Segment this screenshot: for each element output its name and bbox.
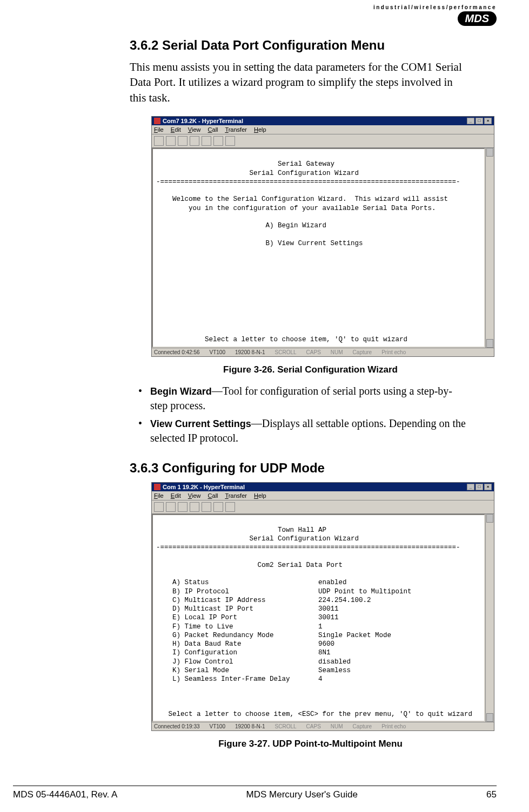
page-footer: MDS 05-4446A01, Rev. A MDS Mercury User'… — [13, 786, 497, 800]
content-column: 3.6.2 Serial Data Port Configuration Men… — [32, 0, 497, 749]
status-scroll: SCROLL — [275, 723, 297, 729]
window-titlebar: Com 1 19.2K - HyperTerminal _ □ × — [152, 483, 494, 491]
footer-right: 65 — [486, 789, 497, 800]
intro-paragraph: This menu assists you in setting the dat… — [130, 59, 470, 105]
toolbar-hangup-icon[interactable] — [190, 136, 199, 146]
heading-3-6-2: 3.6.2 Serial Data Port Configuration Men… — [130, 38, 470, 53]
menu-edit[interactable]: Edit — [171, 492, 181, 499]
figure-26: Com7 19.2K - HyperTerminal _ □ × File Ed… — [151, 116, 470, 375]
menu-call[interactable]: Call — [208, 126, 218, 133]
toolbar-new-icon[interactable] — [154, 502, 164, 512]
minimize-icon[interactable]: _ — [467, 118, 474, 124]
toolbar-hangup-icon[interactable] — [190, 502, 199, 512]
toolbar-props-icon[interactable] — [225, 136, 235, 146]
status-printecho: Print echo — [381, 723, 406, 729]
scrollbar[interactable] — [485, 148, 494, 348]
maximize-icon[interactable]: □ — [476, 484, 483, 490]
status-settings: 19200 8-N-1 — [235, 723, 265, 729]
status-emulation: VT100 — [210, 349, 225, 355]
bullet-term: Begin Wizard — [150, 386, 212, 397]
status-capture: Capture — [353, 349, 372, 355]
menu-help[interactable]: Help — [254, 492, 266, 499]
header-tagline: industrial/wireless/performance — [373, 4, 497, 10]
maximize-icon[interactable]: □ — [476, 118, 483, 124]
mds-logo: MDS — [458, 11, 497, 26]
status-num: NUM — [331, 349, 343, 355]
toolbar-call-icon[interactable] — [178, 502, 188, 512]
page: industrial/wireless/performance MDS 3.6.… — [0, 0, 529, 812]
close-icon[interactable]: × — [484, 484, 492, 490]
app-icon — [154, 484, 160, 490]
footer-left: MDS 05-4446A01, Rev. A — [13, 789, 117, 800]
status-connected: Connected 0:19:33 — [154, 723, 200, 729]
window-menubar: File Edit View Call Transfer Help — [152, 125, 494, 134]
bullet-list: Begin Wizard—Tool for configuration of s… — [130, 384, 470, 445]
figure-27: Com 1 19.2K - HyperTerminal _ □ × File E… — [151, 482, 470, 750]
window-statusbar: Connected 0:42:56 VT100 19200 8-N-1 SCRO… — [152, 348, 494, 356]
menu-transfer[interactable]: Transfer — [225, 492, 247, 499]
hyperterminal-window-1: Com7 19.2K - HyperTerminal _ □ × File Ed… — [151, 116, 494, 357]
header-branding: industrial/wireless/performance MDS — [373, 4, 497, 26]
terminal-body: Town Hall AP Serial Configuration Wizard… — [152, 514, 485, 722]
status-settings: 19200 8-N-1 — [235, 349, 265, 355]
heading-3-6-3: 3.6.3 Configuring for UDP Mode — [130, 461, 470, 476]
toolbar-open-icon[interactable] — [166, 502, 176, 512]
menu-edit[interactable]: Edit — [171, 126, 181, 133]
bullet-term: View Current Settings — [150, 418, 251, 429]
window-toolbar — [152, 134, 494, 148]
bullet-begin-wizard: Begin Wizard—Tool for configuration of s… — [150, 384, 470, 413]
minimize-icon[interactable]: _ — [467, 484, 474, 490]
window-statusbar: Connected 0:19:33 VT100 19200 8-N-1 SCRO… — [152, 722, 494, 730]
menu-help[interactable]: Help — [254, 126, 266, 133]
menu-file[interactable]: File — [154, 126, 164, 133]
scrollbar[interactable] — [485, 514, 494, 722]
menu-transfer[interactable]: Transfer — [225, 126, 247, 133]
toolbar-call-icon[interactable] — [178, 136, 188, 146]
figure-27-caption: Figure 3-27. UDP Point-to-Multipoint Men… — [151, 739, 470, 749]
toolbar-send-icon[interactable] — [202, 136, 211, 146]
footer-center: MDS Mercury User's Guide — [246, 789, 358, 800]
toolbar-props-icon[interactable] — [225, 502, 235, 512]
terminal-body: Serial Gateway Serial Configuration Wiza… — [152, 148, 485, 348]
window-title: Com 1 19.2K - HyperTerminal — [163, 484, 245, 490]
menu-call[interactable]: Call — [208, 492, 218, 499]
window-buttons: _ □ × — [467, 484, 492, 490]
window-title: Com7 19.2K - HyperTerminal — [163, 118, 243, 124]
figure-26-caption: Figure 3-26. Serial Configuration Wizard — [151, 364, 470, 375]
app-icon — [154, 118, 160, 124]
menu-view[interactable]: View — [188, 492, 201, 499]
menu-file[interactable]: File — [154, 492, 164, 499]
window-titlebar: Com7 19.2K - HyperTerminal _ □ × — [152, 117, 494, 125]
toolbar-new-icon[interactable] — [154, 136, 164, 146]
status-printecho: Print echo — [381, 349, 406, 355]
window-buttons: _ □ × — [467, 118, 492, 124]
status-caps: CAPS — [306, 723, 321, 729]
hyperterminal-window-2: Com 1 19.2K - HyperTerminal _ □ × File E… — [151, 482, 494, 732]
menu-view[interactable]: View — [188, 126, 201, 133]
status-num: NUM — [331, 723, 343, 729]
toolbar-receive-icon[interactable] — [213, 502, 223, 512]
window-menubar: File Edit View Call Transfer Help — [152, 491, 494, 500]
toolbar-open-icon[interactable] — [166, 136, 176, 146]
close-icon[interactable]: × — [484, 118, 492, 124]
status-emulation: VT100 — [210, 723, 225, 729]
status-caps: CAPS — [306, 349, 321, 355]
status-connected: Connected 0:42:56 — [154, 349, 200, 355]
status-capture: Capture — [353, 723, 372, 729]
toolbar-receive-icon[interactable] — [213, 136, 223, 146]
status-scroll: SCROLL — [275, 349, 297, 355]
toolbar-send-icon[interactable] — [202, 502, 211, 512]
window-toolbar — [152, 500, 494, 514]
bullet-view-settings: View Current Settings—Displays all setta… — [150, 416, 470, 445]
